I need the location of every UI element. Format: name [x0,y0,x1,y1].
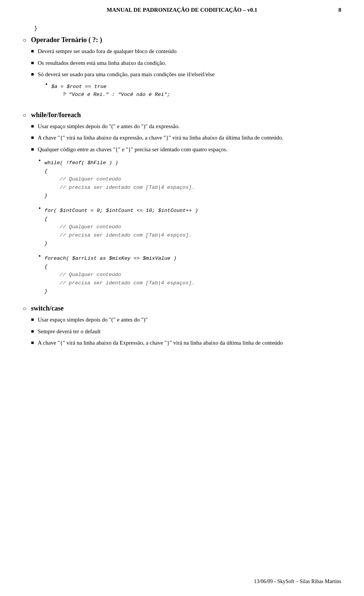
while-label: while( !feof( $hFile ) ) [44,160,118,166]
page-header: MANUAL DE PADRONIZAÇÃO DE CODIFICAÇÃO – … [0,0,364,17]
switch-text-1: Usar espaço simples depois do "(" e ante… [38,315,148,324]
switch-text-3: A chave "{" virá na linha abaixo da Expr… [38,339,283,347]
square-bullet-s2: ■ [31,328,34,334]
square-bullet-s1: ■ [31,317,34,323]
while-open-brace: { [44,168,47,174]
square-bullet-w3: ■ [31,146,34,152]
circle-bullet-while: ○ [23,112,27,119]
page-footer: 13/06/09 - SkySoft – Silas Ribas Martins [254,579,341,585]
dot-bullet-for: • [39,204,41,213]
for-comment-1: // Qualquer conteúdo [60,224,121,230]
ternary-code-line1: $a = $root == true [51,84,107,89]
while-bullet-3: ■ Qualquer código entre as chaves "{" e … [31,145,341,154]
foreach-open-brace: { [44,264,47,270]
for-code-block: for( $intCount = 0; $intCount <= 10; $in… [44,207,198,248]
while-code-dot: • while( !feof( $hFile ) ) { // Qualquer… [39,157,341,202]
section-switch: ○ switch/case ■ Usar espaço simples depo… [23,304,341,350]
circle-bullet-ternary: ○ [23,37,27,44]
dot-bullet-foreach: • [39,252,41,260]
while-text-3: Qualquer código entre as chaves "{" e "}… [38,145,228,154]
while-bullet-1: ■ Usar espaço simples depois do "(" e an… [31,122,341,131]
footer-text: 13/06/09 - SkySoft – Silas Ribas Martins [254,579,341,584]
while-close-brace: } [44,193,47,199]
foreach-close-brace: } [44,289,47,294]
ternary-text-1: Deverá sempre ser usado fora de qualquer… [38,47,177,56]
square-bullet-w1: ■ [31,123,34,129]
switch-bullet-3: ■ A chave "{" virá na linha abaixo da Ex… [31,339,283,347]
switch-bullet-2: ■ Sempre deverá ter o default [31,327,283,336]
ternary-bullet-2: ■ Os resultados devem está uma linha aba… [31,59,215,67]
ternary-code-line2: ? "Você é Rei." : "Você não é Rei"; [63,92,170,97]
for-label: for( $intCount = 0; $intCount <= 10; $in… [44,208,198,213]
dot-bullet-code: • [46,80,48,89]
circle-bullet-switch: ○ [23,305,27,312]
foreach-label: foreach( $arrList as $mixKey => $mixValu… [44,256,176,261]
foreach-code-block: foreach( $arrList as $mixKey => $mixValu… [44,254,195,295]
square-bullet-w2: ■ [31,135,34,141]
while-text-1: Usar espaço simples depois do "(" e ante… [38,122,180,131]
ternary-code-dot: • $a = $root == true ? "Você é Rei." : "… [46,80,215,101]
switch-text-2: Sempre deverá ter o default [38,327,101,336]
ternary-code: $a = $root == true ? "Você é Rei." : "Vo… [51,83,170,99]
header-title: MANUAL DE PADRONIZAÇÃO DE CODIFICAÇÃO – … [34,7,330,13]
while-comment-2: // precisa ser identado com [Tab|4 espaç… [60,185,195,190]
page-number: 8 [330,7,341,13]
foreach-comment-2: // precisa ser identado com [Tab|4 espaç… [60,280,195,286]
while-title: while/for/foreach [31,111,81,119]
ternary-sub-bullet: ■ Só deverá ser usado para uma condição,… [31,70,215,104]
for-code-dot: • for( $intCount = 0; $intCount <= 10; $… [39,204,341,250]
ternary-sub-text: Só deverá ser usado para uma condição, p… [38,71,215,77]
top-brace: } [34,25,341,31]
section-while: ○ while/for/foreach ■ Usar espaço simple… [23,111,341,300]
while-comment-1: // Qualquer conteúdo [60,176,121,182]
section-ternary: ○ Operador Ternário ( ?: ) ■ Deverá semp… [23,36,341,107]
while-code-block: while( !feof( $hFile ) ) { // Qualquer c… [44,159,195,200]
square-bullet-t1: ■ [31,48,34,54]
foreach-code-dot: • foreach( $arrList as $mixKey => $mixVa… [39,252,341,298]
ternary-title: Operador Ternário ( ?: ) [31,36,102,44]
for-close-brace: } [44,241,47,246]
for-comment-2: // precisa ser identado com [Tab|4 espço… [60,232,191,238]
ternary-bullet-1: ■ Deverá sempre ser usado fora de qualqu… [31,47,215,56]
while-bullet-2: ■ A chave "{" virá na linha abaixo da ex… [31,133,341,142]
dot-bullet-while: • [39,157,41,165]
square-bullet-s3: ■ [31,340,34,346]
switch-bullet-1: ■ Usar espaço simples depois do "(" e an… [31,315,283,324]
while-text-2: A chave "{" virá na linha abaixo da expr… [38,133,284,142]
for-open-brace: { [44,216,47,222]
switch-title: switch/case [31,304,64,312]
page-content: } ○ Operador Ternário ( ?: ) ■ Deverá se… [0,17,364,378]
ternary-text-2: Os resultados devem está uma linha abaix… [38,59,166,67]
foreach-comment-1: // Qualquer conteúdo [60,272,121,278]
square-bullet-t3: ■ [31,71,34,77]
square-bullet-t2: ■ [31,60,34,66]
